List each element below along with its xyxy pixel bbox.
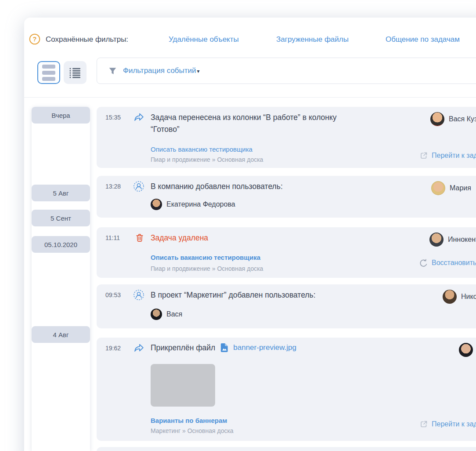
actor-user[interactable]: Иннокентий — [429, 233, 476, 247]
event-filter-bar[interactable]: Фильтрация событий ▾ — [97, 58, 476, 84]
header-divider — [24, 97, 476, 98]
actor-user[interactable]: Жанна — [459, 343, 476, 357]
avatar — [443, 290, 457, 304]
saved-filter-link-deleted[interactable]: Удалённые объекты — [169, 35, 239, 44]
saved-filter-link-task-chat[interactable]: Общение по задачам — [386, 35, 460, 44]
timeline-track — [32, 107, 90, 451]
event-title: Задача удалена — [151, 232, 208, 244]
feed-card-task-deleted: 11:11 Задача удалена Описать вакансию те… — [97, 227, 476, 278]
list-view-icon — [69, 67, 81, 78]
image-file-icon — [220, 342, 229, 353]
avatar — [459, 343, 473, 357]
task-link[interactable]: Варианты по баннерам — [151, 417, 227, 424]
event-title: Прикреплён файл — [151, 343, 215, 353]
help-icon[interactable]: ? — [29, 33, 40, 45]
list-view-toggle[interactable] — [64, 61, 87, 84]
trash-icon — [134, 232, 145, 244]
user-add-icon — [133, 181, 144, 192]
avatar — [430, 112, 444, 126]
actor-name: Вася Кузнецов — [449, 115, 476, 123]
share-arrow-icon — [133, 112, 144, 123]
card-view-toggle[interactable] — [37, 61, 60, 84]
actor-user[interactable]: Николай — [443, 290, 476, 304]
task-link[interactable]: Описать вакансию тестировщика — [151, 145, 252, 153]
actor-name: Николай — [461, 293, 476, 301]
file-attachment-row: Прикреплён файл banner-preview.jpg — [151, 342, 296, 353]
event-title: В компанию добавлен пользователь: — [151, 181, 283, 193]
board-path: Пиар и продвижение » Основная доска — [151, 156, 263, 163]
actor-name: Мария — [450, 184, 471, 192]
actor-user[interactable]: Вася Кузнецов — [430, 112, 476, 126]
avatar — [429, 233, 444, 247]
timeline-date-yesterday: Вчера — [32, 107, 90, 124]
event-time: 09:53 — [105, 291, 121, 298]
user-add-icon — [133, 289, 144, 301]
actor-name: Иннокентий — [448, 236, 476, 244]
feed-card-user-added-project: 09:53 В проект “Маркетинг” добавлен поль… — [97, 284, 476, 328]
added-user[interactable]: Екатерина Федорова — [151, 199, 235, 210]
external-link-icon — [419, 151, 428, 160]
feed-card-task-moved: 15:35 Задача перенесена из колонки “В ра… — [97, 107, 476, 168]
event-time: 13:28 — [105, 183, 121, 190]
event-title: Задача перенесена из колонки “В работе” … — [151, 112, 361, 135]
timeline-date-aug4: 4 Авг — [32, 326, 90, 343]
board-path: Пиар и продвижение » Основная доска — [151, 265, 263, 272]
feed-card-file-attached: 19:62 Прикреплён файл banner-preview.jpg… — [97, 338, 476, 441]
go-to-task-link[interactable]: Перейти к задаче — [419, 151, 476, 160]
timeline-date-05-10-2020: 05.10.2020 — [32, 236, 90, 253]
restore-task-link[interactable]: Восстановить — [418, 258, 476, 268]
card-view-icon — [42, 65, 55, 81]
svg-text:?: ? — [33, 36, 37, 43]
go-to-task-label: Перейти к задаче — [432, 152, 476, 160]
saved-filter-link-uploads[interactable]: Загруженные файлы — [276, 35, 349, 44]
event-time: 15:35 — [105, 114, 121, 121]
event-filter-label: Фильтрация событий — [123, 66, 196, 75]
file-name-link[interactable]: banner-preview.jpg — [233, 343, 296, 352]
avatar — [431, 181, 445, 195]
funnel-icon — [108, 67, 117, 75]
chevron-down-icon: ▾ — [197, 68, 200, 74]
added-user-name: Вася — [166, 310, 182, 318]
feed-card-user-added-company: 13:28 В компанию добавлен пользователь: … — [97, 176, 476, 218]
task-link[interactable]: Описать вакансию тестировщика — [151, 254, 260, 261]
question-mark-icon: ? — [29, 33, 40, 45]
saved-filters-label: Сохранённые фильтры: — [46, 35, 128, 44]
activity-feed-screen: ? Сохранённые фильтры: Удалённые объекты… — [0, 0, 476, 451]
avatar — [151, 309, 162, 320]
event-title: В проект “Маркетинг” добавлен пользовате… — [151, 289, 316, 301]
avatar — [151, 199, 162, 210]
feed-card-partial — [97, 447, 476, 451]
restore-label: Восстановить — [432, 259, 476, 267]
external-link-icon — [419, 420, 428, 429]
restore-icon — [418, 258, 428, 268]
timeline-date-sep5: 5 Сент — [32, 210, 90, 226]
added-user[interactable]: Вася — [151, 309, 182, 320]
image-preview-placeholder[interactable] — [151, 364, 215, 407]
added-user-name: Екатерина Федорова — [166, 200, 235, 208]
go-to-task-link[interactable]: Перейти к задаче — [419, 420, 476, 429]
timeline-date-aug5: 5 Авг — [32, 185, 90, 201]
board-path: Маркетинг » Основная доска — [151, 427, 234, 434]
actor-user[interactable]: Мария — [431, 181, 471, 195]
share-arrow-icon — [133, 342, 144, 354]
event-time: 19:62 — [105, 345, 121, 352]
event-time: 11:11 — [105, 234, 120, 241]
go-to-task-label: Перейти к задаче — [432, 420, 476, 428]
